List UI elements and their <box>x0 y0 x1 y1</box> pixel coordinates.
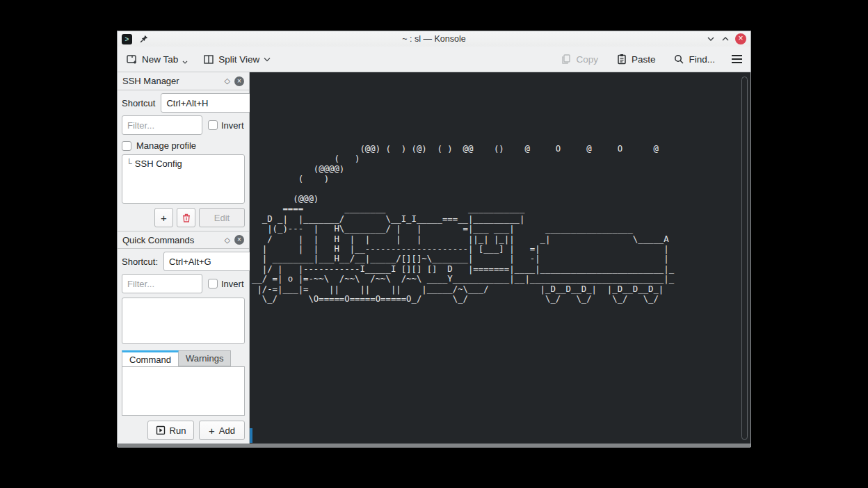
find-label: Find... <box>689 54 715 65</box>
tree-branch-icon: └ <box>127 158 132 169</box>
find-button[interactable]: Find... <box>673 54 715 65</box>
tab-warnings-label: Warnings <box>186 353 223 364</box>
sl-ascii-art: (@@) ( ) (@) ( ) @@ () @ O @ O @ ( ) (@@… <box>252 144 674 304</box>
close-panel-icon[interactable]: × <box>234 76 244 86</box>
copy-button[interactable]: Copy <box>561 54 598 65</box>
qc-shortcut-label: Shortcut: <box>122 257 158 267</box>
close-panel-icon[interactable]: × <box>234 235 244 245</box>
ssh-config-tree-item[interactable]: └ SSH Config <box>122 155 244 169</box>
new-tab-icon <box>126 54 138 65</box>
paste-label: Paste <box>632 54 656 65</box>
ssh-shortcut-label: Shortcut <box>122 98 155 108</box>
new-tab-label: New Tab <box>142 54 178 65</box>
split-view-button[interactable]: Split View <box>203 54 271 65</box>
qc-add-button[interactable]: + Add <box>199 421 245 440</box>
split-view-icon <box>203 54 214 65</box>
maximize-button[interactable] <box>721 34 730 44</box>
terminal-cursor <box>250 428 252 443</box>
window-bottom-edge <box>118 444 750 448</box>
ssh-edit-label: Edit <box>214 213 230 223</box>
tab-command-label: Command <box>129 355 171 365</box>
qc-run-label: Run <box>170 425 186 436</box>
new-tab-chevron-icon <box>182 60 188 65</box>
paste-icon <box>616 54 627 65</box>
konsole-window: > ~ : sl — Konsole × <box>117 31 751 447</box>
tab-warnings[interactable]: Warnings <box>179 350 231 366</box>
qc-add-label: Add <box>219 425 235 436</box>
plus-icon: + <box>209 425 215 437</box>
float-panel-icon[interactable]: ◇ <box>225 236 230 245</box>
main-toolbar: New Tab Split View <box>118 47 750 72</box>
terminal-scrollbar[interactable] <box>741 76 748 440</box>
copy-label: Copy <box>576 54 598 65</box>
plugin-sidebar: SSH Manager ◇ × Shortcut Invert Manage p… <box>118 72 250 444</box>
trash-icon <box>182 213 191 223</box>
paste-button[interactable]: Paste <box>616 54 656 65</box>
split-view-chevron-icon <box>264 57 271 62</box>
manage-profile-checkbox[interactable] <box>122 141 131 151</box>
hamburger-menu-icon[interactable] <box>732 55 742 63</box>
run-icon <box>156 425 166 435</box>
split-view-label: Split View <box>218 54 259 65</box>
search-icon <box>673 54 684 65</box>
ssh-filter-input[interactable] <box>122 115 202 135</box>
ssh-add-button[interactable]: + <box>154 208 173 227</box>
minimize-button[interactable] <box>706 34 716 44</box>
qc-invert-label: Invert <box>221 279 244 289</box>
plus-icon: + <box>161 212 167 224</box>
manage-profile-label: Manage profile <box>136 140 196 151</box>
qc-filter-input[interactable] <box>122 274 202 293</box>
ssh-invert-checkbox[interactable] <box>208 120 218 130</box>
terminal-view[interactable]: (@@) ( ) (@) ( ) @@ () @ O @ O @ ( ) (@@… <box>250 72 750 444</box>
tab-command[interactable]: Command <box>122 350 179 366</box>
titlebar: > ~ : sl — Konsole × <box>118 31 750 47</box>
float-panel-icon[interactable]: ◇ <box>225 76 230 86</box>
ssh-delete-button[interactable] <box>177 208 195 227</box>
window-title: ~ : sl — Konsole <box>118 34 750 44</box>
close-button[interactable]: × <box>735 33 746 44</box>
qc-command-list[interactable] <box>122 298 245 344</box>
qc-run-button[interactable]: Run <box>147 421 194 440</box>
ssh-edit-button[interactable]: Edit <box>199 208 245 227</box>
qc-command-editor[interactable] <box>122 366 245 416</box>
ssh-config-list: └ SSH Config <box>122 154 245 204</box>
copy-icon <box>561 54 572 65</box>
ssh-manager-header: SSH Manager ◇ × <box>118 72 249 90</box>
qc-invert-checkbox[interactable] <box>208 279 218 288</box>
ssh-invert-label: Invert <box>221 120 244 131</box>
ssh-manager-title: SSH Manager <box>122 76 179 86</box>
new-tab-button[interactable]: New Tab <box>126 54 188 65</box>
quick-commands-title: Quick Commands <box>122 235 194 245</box>
ssh-config-label: SSH Config <box>135 158 182 169</box>
quick-commands-header: Quick Commands ◇ × <box>118 231 249 249</box>
